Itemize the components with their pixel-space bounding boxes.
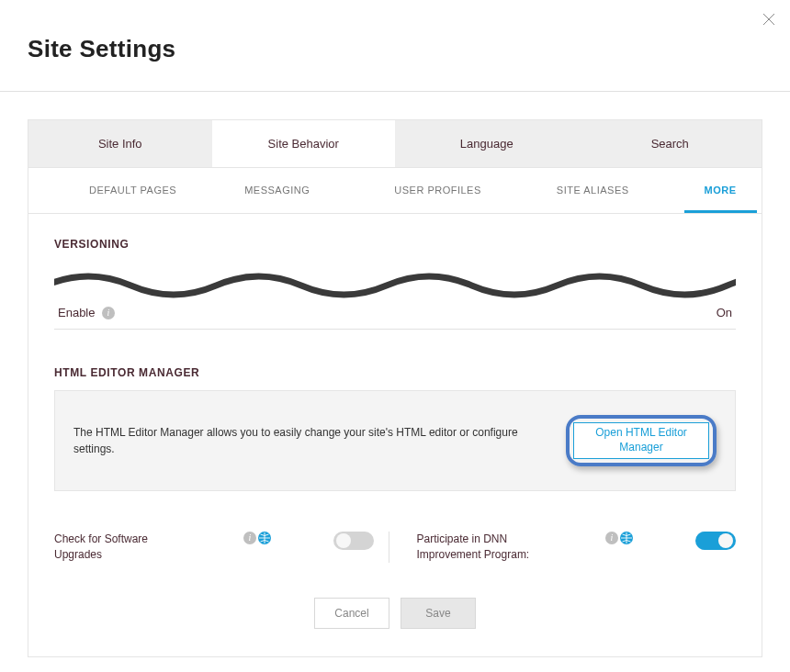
save-button[interactable]: Save bbox=[401, 598, 476, 629]
svg-text:i: i bbox=[107, 308, 110, 318]
info-icon[interactable]: i bbox=[605, 532, 618, 544]
actions-row: Cancel Save bbox=[54, 598, 736, 629]
participate-dnn-toggle[interactable] bbox=[695, 532, 736, 550]
html-editor-heading: HTML EDITOR MANAGER bbox=[54, 330, 736, 390]
globe-icon[interactable] bbox=[620, 532, 633, 544]
svg-text:i: i bbox=[248, 532, 251, 543]
info-icon[interactable]: i bbox=[102, 307, 115, 319]
enable-on-partial: On bbox=[717, 306, 732, 319]
subtab-more[interactable]: MORE bbox=[684, 185, 757, 213]
check-upgrades-label: Check for Software Upgrades bbox=[54, 532, 174, 563]
open-editor-highlight: Open HTML Editor Manager bbox=[566, 415, 717, 466]
page-title: Site Settings bbox=[0, 0, 790, 91]
open-html-editor-button[interactable]: Open HTML Editor Manager bbox=[573, 422, 709, 459]
tab-language[interactable]: Language bbox=[395, 120, 579, 167]
html-editor-description: The HTML Editor Manager allows you to ea… bbox=[73, 424, 533, 457]
subtab-user-profiles[interactable]: USER PROFILES bbox=[374, 185, 502, 213]
html-editor-box: The HTML Editor Manager allows you to ea… bbox=[54, 390, 736, 491]
tab-search[interactable]: Search bbox=[579, 120, 762, 167]
enable-row: Enable i On bbox=[54, 300, 736, 330]
participate-dnn-label: Participate in DNN Improvement Program: bbox=[417, 532, 536, 563]
check-upgrades-toggle[interactable] bbox=[333, 532, 374, 550]
tabs-sub: DEFAULT PAGES MESSAGING USER PROFILES SI… bbox=[28, 168, 762, 214]
truncation-wave-icon bbox=[54, 269, 736, 300]
tab-site-info[interactable]: Site Info bbox=[28, 120, 212, 167]
versioning-heading: VERSIONING bbox=[54, 230, 736, 269]
settings-panel: Site Info Site Behavior Language Search … bbox=[28, 119, 762, 657]
globe-icon[interactable] bbox=[258, 532, 271, 544]
info-icon[interactable]: i bbox=[243, 532, 256, 544]
toggle-grid: Check for Software Upgrades i Participat… bbox=[54, 532, 736, 563]
close-icon[interactable] bbox=[762, 13, 775, 29]
subtab-site-aliases[interactable]: SITE ALIASES bbox=[536, 185, 649, 213]
tabs-main: Site Info Site Behavior Language Search bbox=[28, 120, 762, 168]
cancel-button[interactable]: Cancel bbox=[314, 598, 389, 629]
tab-site-behavior[interactable]: Site Behavior bbox=[212, 120, 396, 167]
divider bbox=[0, 91, 790, 92]
svg-text:i: i bbox=[611, 532, 614, 543]
enable-label-partial: Enable bbox=[58, 306, 95, 319]
subtab-default-pages[interactable]: DEFAULT PAGES bbox=[69, 185, 197, 213]
subtab-messaging[interactable]: MESSAGING bbox=[224, 185, 330, 213]
